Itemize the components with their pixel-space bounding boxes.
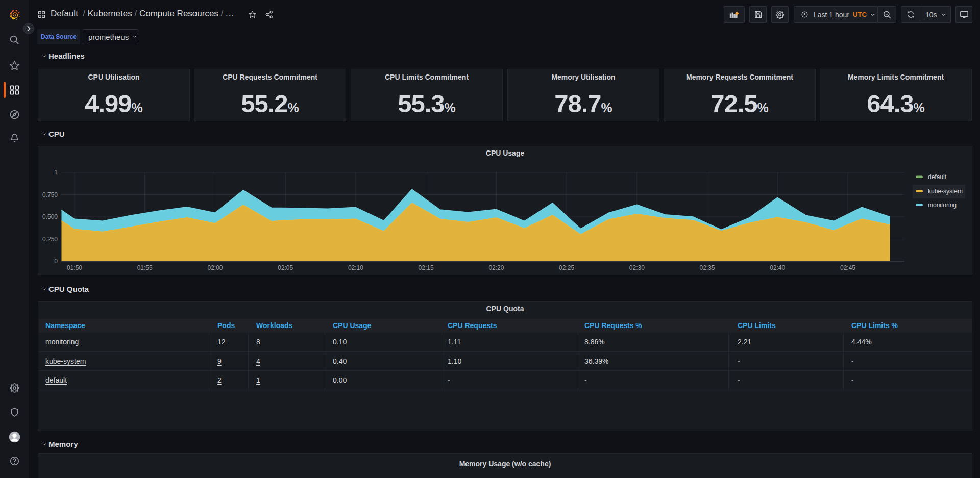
svg-text:02:45: 02:45: [840, 264, 855, 271]
svg-text:02:05: 02:05: [278, 264, 293, 271]
svg-text:default: default: [928, 173, 947, 181]
svg-text:kube-system: kube-system: [928, 188, 963, 195]
svg-text:01:55: 01:55: [137, 264, 153, 271]
svg-text:02:35: 02:35: [699, 264, 715, 271]
svg-text:0.250: 0.250: [42, 236, 58, 243]
svg-text:02:10: 02:10: [348, 264, 363, 271]
svg-text:0: 0: [54, 258, 58, 265]
svg-text:monitoring: monitoring: [928, 202, 957, 209]
svg-text:02:15: 02:15: [419, 264, 434, 271]
svg-text:0.500: 0.500: [42, 213, 58, 220]
svg-text:02:00: 02:00: [207, 264, 223, 271]
svg-text:0.750: 0.750: [42, 191, 58, 198]
svg-text:02:30: 02:30: [629, 264, 645, 271]
svg-text:01:50: 01:50: [67, 264, 82, 271]
svg-text:1: 1: [54, 169, 58, 176]
svg-text:02:40: 02:40: [770, 264, 785, 271]
svg-text:02:25: 02:25: [559, 264, 574, 271]
svg-text:02:20: 02:20: [488, 264, 504, 271]
